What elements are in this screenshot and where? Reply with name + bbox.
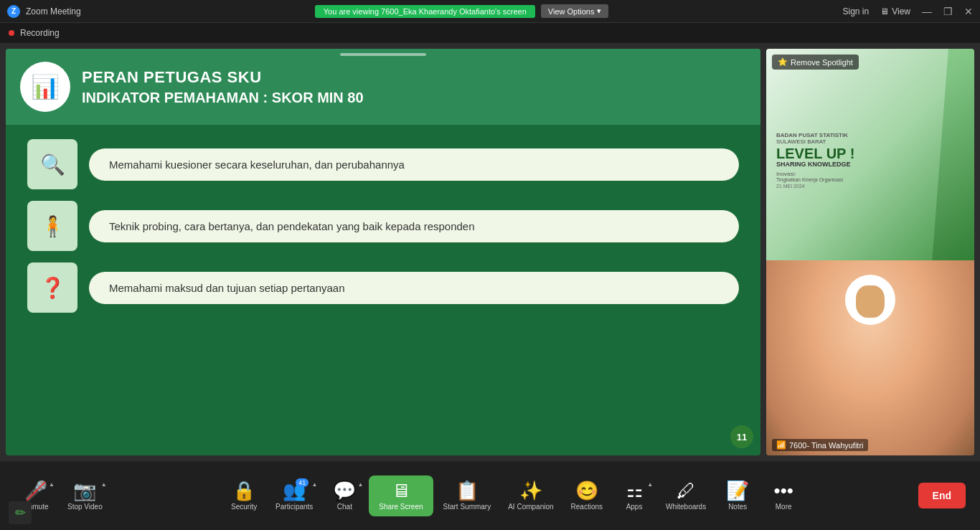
slide-item-icon-2: 🧍 xyxy=(27,201,77,251)
security-label: Security xyxy=(231,503,257,511)
ai-icon: ✨ xyxy=(519,481,542,500)
slide-header: 📊 PERAN PETUGAS SKU INDIKATOR PEMAHAMAN … xyxy=(6,49,760,125)
spotlight-icon: ⭐ xyxy=(778,57,788,67)
minimize-button[interactable]: — xyxy=(922,6,932,17)
thumb-subtitle: Tingkatkan Kinerja Organisasi xyxy=(776,177,964,182)
recording-indicator xyxy=(9,30,14,36)
start-summary-button[interactable]: 📋 Start Summary xyxy=(436,475,499,516)
more-button[interactable]: ••• More xyxy=(762,475,805,516)
thumb-inovasi: Inovasi: xyxy=(776,171,964,177)
participant-avatar xyxy=(766,260,974,455)
chat-label: Chat xyxy=(337,503,352,511)
security-button[interactable]: 🔒 Security xyxy=(222,475,265,516)
whiteboards-button[interactable]: 🖊 Whiteboards xyxy=(659,475,713,516)
reactions-label: Reactions xyxy=(571,503,603,511)
chart-icon: 📊 xyxy=(31,73,60,100)
annotation-pen-button[interactable]: ✏ xyxy=(9,501,32,524)
whiteboards-label: Whiteboards xyxy=(666,503,706,511)
recording-bar: Recording xyxy=(0,23,980,43)
view-options-button[interactable]: View Options ▾ xyxy=(541,4,609,18)
main-content: 📊 PERAN PETUGAS SKU INDIKATOR PEMAHAMAN … xyxy=(0,43,980,461)
signal-icon: 📶 xyxy=(776,440,786,450)
toolbar: 🎤 Unmute ▲ 📷 Stop Video ▲ 🔒 Security 👥 4… xyxy=(0,461,980,530)
remove-spotlight-button[interactable]: ⭐ Remove Spotlight xyxy=(772,55,859,70)
slide-item-3: ❓ Memahami maksud dan tujuan setiap pert… xyxy=(27,262,739,313)
stop-video-button[interactable]: 📷 Stop Video ▲ xyxy=(60,475,110,516)
share-screen-label: Share Screen xyxy=(379,503,423,511)
title-bar-left: Z Zoom Meeting xyxy=(7,5,81,18)
thumb-level-up: LEVEL UP ! xyxy=(776,146,964,161)
slide-item-text-3: Memahami maksud dan tujuan setiap pertan… xyxy=(89,272,739,304)
slide-subtitle: INDIKATOR PEMAHAMAN : SKOR MIN 80 xyxy=(82,90,364,106)
participant-video: 📶 7600- Tina Wahyufitri xyxy=(766,260,974,455)
chat-chevron[interactable]: ▲ xyxy=(357,481,363,488)
thumb-bps-text: BADAN PUSAT STATISTIK xyxy=(776,132,964,138)
view-button[interactable]: 🖥 View xyxy=(880,6,910,16)
slide-icon-box: 📊 xyxy=(20,62,70,112)
slide-item-text-1: Memahami kuesioner secara keseluruhan, d… xyxy=(89,148,739,181)
slide-title: PERAN PETUGAS SKU xyxy=(82,68,364,87)
video-chevron[interactable]: ▲ xyxy=(101,481,107,488)
slide-item-1: 🔍 Memahami kuesioner secara keseluruhan,… xyxy=(27,139,739,189)
unmute-chevron[interactable]: ▲ xyxy=(49,481,55,488)
participants-button[interactable]: 👥 41 Participants ▲ xyxy=(268,475,320,516)
slide-item-text-2: Teknik probing, cara bertanya, dan pende… xyxy=(89,210,739,242)
security-icon: 🔒 xyxy=(232,481,255,500)
notes-button[interactable]: 📝 Notes xyxy=(716,475,759,516)
start-summary-label: Start Summary xyxy=(443,503,491,511)
toolbar-right: End xyxy=(918,483,966,508)
participants-chevron[interactable]: ▲ xyxy=(311,481,317,488)
share-screen-button[interactable]: 🖥 Share Screen xyxy=(369,475,433,516)
thumb-region: SULAWESI BARAT xyxy=(776,138,964,145)
chat-button[interactable]: 💬 Chat ▲ xyxy=(323,475,366,516)
end-button[interactable]: End xyxy=(918,483,966,508)
slide-item-icon-1: 🔍 xyxy=(27,139,77,189)
stop-video-label: Stop Video xyxy=(67,503,103,511)
slide-item-2: 🧍 Teknik probing, cara bertanya, dan pen… xyxy=(27,201,739,251)
apps-chevron[interactable]: ▲ xyxy=(647,481,653,488)
whiteboards-icon: 🖊 xyxy=(677,481,695,500)
apps-button[interactable]: ⚏ Apps ▲ xyxy=(613,475,656,516)
slide-number: 11 xyxy=(730,425,753,448)
restore-button[interactable]: ❐ xyxy=(943,6,953,17)
thumb-date: 21 MEI 2024 xyxy=(776,184,964,189)
reactions-button[interactable]: 😊 Reactions xyxy=(564,475,610,516)
participants-badge: 41 xyxy=(296,478,308,487)
more-label: More xyxy=(776,503,792,511)
notes-icon: 📝 xyxy=(726,481,749,500)
close-button[interactable]: ✕ xyxy=(964,6,973,17)
app-title: Zoom Meeting xyxy=(26,6,81,16)
toolbar-center: 🔒 Security 👥 41 Participants ▲ 💬 Chat ▲ … xyxy=(110,475,918,516)
share-screen-icon: 🖥 xyxy=(392,481,410,500)
person-silhouette xyxy=(845,275,895,325)
participant-slide-thumbnail: BADAN PUSAT STATISTIK SULAWESI BARAT LEV… xyxy=(766,49,974,273)
more-icon: ••• xyxy=(774,481,793,500)
slide-scrollbar xyxy=(340,53,426,56)
monitor-icon: 🖥 xyxy=(880,6,889,16)
sign-in-button[interactable]: Sign in xyxy=(843,6,870,16)
apps-icon: ⚏ xyxy=(626,481,643,500)
camera-icon: 📷 xyxy=(73,481,96,500)
zoom-logo: Z xyxy=(7,5,20,18)
shared-screen: 📊 PERAN PETUGAS SKU INDIKATOR PEMAHAMAN … xyxy=(6,49,760,455)
apps-label: Apps xyxy=(626,503,643,511)
summary-icon: 📋 xyxy=(456,481,479,500)
chat-icon: 💬 xyxy=(333,481,356,500)
thumb-sharing: SHARING KNOWLEDGE xyxy=(776,161,964,168)
ai-companion-button[interactable]: ✨ AI Companion xyxy=(501,475,560,516)
screen-share-banner: You are viewing 7600_Eka Khaerandy Oktaf… xyxy=(315,5,535,18)
slide-header-text: PERAN PETUGAS SKU INDIKATOR PEMAHAMAN : … xyxy=(82,68,364,106)
participants-label: Participants xyxy=(275,503,313,511)
recording-label: Recording xyxy=(20,28,60,38)
ai-companion-label: AI Companion xyxy=(508,503,553,511)
reactions-icon: 😊 xyxy=(575,481,598,500)
title-bar-center: You are viewing 7600_Eka Khaerandy Oktaf… xyxy=(315,4,609,18)
title-bar-right: Sign in 🖥 View — ❐ ✕ xyxy=(843,6,974,17)
participant-name: 📶 7600- Tina Wahyufitri xyxy=(772,439,868,451)
title-bar: Z Zoom Meeting You are viewing 7600_Eka … xyxy=(0,0,980,23)
participant-panel: ⭐ Remove Spotlight BADAN PUSAT STATISTIK… xyxy=(766,49,974,455)
slide-items: 🔍 Memahami kuesioner secara keseluruhan,… xyxy=(6,125,760,327)
face xyxy=(856,285,885,318)
notes-label: Notes xyxy=(728,503,747,511)
slide-item-icon-3: ❓ xyxy=(27,262,77,313)
